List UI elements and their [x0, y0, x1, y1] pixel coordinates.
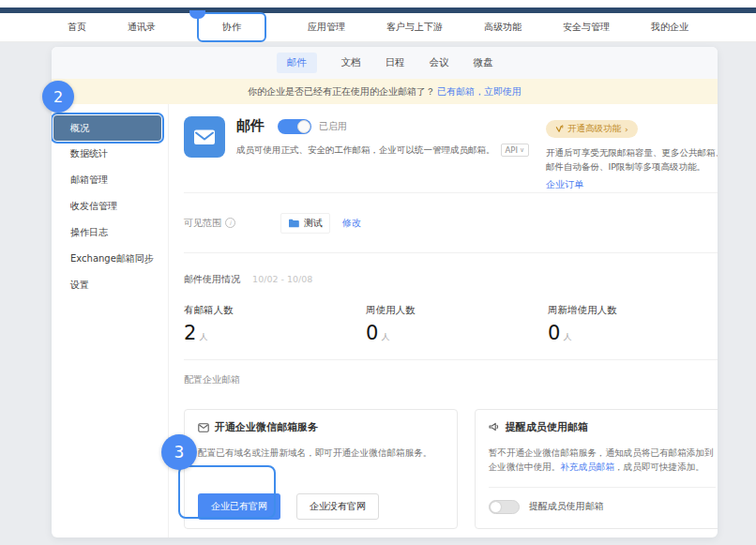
visibility-scope-value: 测试: [304, 217, 323, 230]
upgrade-premium-button[interactable]: 开通高级功能 ›: [546, 120, 638, 138]
visibility-label: 可见范围: [184, 217, 221, 230]
remind-members-toggle[interactable]: [489, 500, 520, 514]
megaphone-icon: [489, 422, 500, 432]
tab-docs[interactable]: 文档: [341, 53, 361, 73]
collaboration-tabs: 邮件 文档 日程 会议 微盘: [52, 47, 718, 79]
app-description: 成员可使用正式、安全的工作邮箱，企业可以统一管理成员邮箱。: [236, 144, 495, 157]
nav-item-advanced-features[interactable]: 高级功能: [484, 21, 522, 34]
top-navigation: 首页 通讯录 协作 应用管理 客户与上下游 高级功能 安全与管理 我的企业: [0, 13, 756, 42]
sidebar-item-overview[interactable]: 概况: [53, 115, 161, 141]
admin-console-screen: 首页 通讯录 协作 应用管理 客户与上下游 高级功能 安全与管理 我的企业 邮件…: [0, 0, 756, 545]
annotation-box-primary-button: [178, 465, 276, 519]
card-divider: [489, 487, 716, 488]
visibility-scope-chip: 测试: [280, 213, 330, 234]
window-top-strip: [0, 0, 756, 8]
usage-date-range: 10/02 - 10/08: [252, 274, 312, 284]
stat-unit: 人: [381, 332, 389, 341]
tab-calendar[interactable]: 日程: [386, 53, 405, 73]
remind-members-card: 提醒成员使用邮箱 暂不开通企业微信邮箱服务，通知成员将已有邮箱添加到企业微信中使…: [475, 409, 718, 529]
stat-unit: 人: [199, 332, 207, 341]
usage-title: 邮件使用情况: [184, 274, 240, 284]
chevron-right-icon: ›: [625, 124, 628, 134]
annotation-pointer: [189, 10, 205, 19]
stat-label: 有邮箱人数: [184, 304, 366, 317]
sidebar-item-exchange-sync[interactable]: Exchange邮箱同步: [52, 246, 168, 272]
enterprise-orders-link[interactable]: 企业订单: [546, 178, 583, 191]
upgrade-description: 开通后可享受无限邮箱容量、更多公共邮箱、邮件自动备份、IP限制等多项高级功能。: [546, 145, 718, 174]
mail-enabled-toggle[interactable]: [278, 119, 311, 134]
info-icon[interactable]: i: [225, 218, 235, 228]
api-label: API: [506, 145, 518, 155]
mail-header-section: 邮件 已启用 成员可使用正式、安全的工作邮箱，企业可以统一管理成员邮箱。 API…: [184, 104, 718, 193]
setup-section-title: 配置企业邮箱: [184, 373, 718, 386]
existing-mailbox-banner: 你的企业是否已经有正在使用的企业邮箱了？ 已有邮箱，立即使用: [52, 79, 718, 104]
mail-app-icon: [184, 116, 225, 158]
mail-card-description: 配置已有域名或注册新域名，即可开通企业微信邮箱服务。: [198, 446, 444, 460]
upgrade-panel: 开通高级功能 › 开通后可享受无限邮箱容量、更多公共邮箱、邮件自动备份、IP限制…: [546, 116, 718, 192]
stat-unit: 人: [563, 332, 571, 341]
tab-meeting[interactable]: 会议: [430, 53, 449, 73]
nav-item-app-management[interactable]: 应用管理: [308, 21, 345, 34]
sidebar-item-operation-log[interactable]: 操作日志: [52, 220, 168, 246]
nav-item-collaboration[interactable]: 协作: [197, 12, 266, 42]
content-card: 邮件 文档 日程 会议 微盘 你的企业是否已经有正在使用的企业邮箱了？ 已有邮箱…: [52, 47, 718, 537]
stat-value: 2: [184, 322, 196, 344]
nav-item-home[interactable]: 首页: [68, 21, 86, 34]
page-title: 邮件: [236, 117, 265, 135]
folder-icon: [288, 219, 299, 228]
mail-card-title: 开通企业微信邮箱服务: [215, 420, 318, 434]
nav-item-security[interactable]: 安全与管理: [563, 21, 610, 34]
sidebar-item-send-receive[interactable]: 收发信管理: [52, 193, 168, 220]
upgrade-icon: [555, 125, 564, 133]
api-dropdown[interactable]: API ∨: [501, 144, 530, 157]
sidebar-item-settings[interactable]: 设置: [52, 272, 168, 298]
sidebar-item-statistics[interactable]: 数据统计: [52, 141, 168, 167]
edit-visibility-link[interactable]: 修改: [342, 217, 361, 230]
envelope-icon: [198, 423, 209, 432]
step-3-badge: 3: [161, 434, 197, 470]
usage-section: 邮件使用情况 10/02 - 10/08 有邮箱人数 2人 周使用人数: [184, 253, 718, 360]
tab-mail[interactable]: 邮件: [277, 53, 317, 73]
tab-drive[interactable]: 微盘: [474, 53, 493, 73]
nav-item-contacts[interactable]: 通讯录: [128, 21, 156, 34]
toggle-knob: [297, 120, 310, 133]
stat-value: 0: [548, 322, 560, 344]
remind-card-description: 暂不开通企业微信邮箱服务，通知成员将已有邮箱添加到企业微信中使用。补充成员邮箱，…: [489, 446, 716, 475]
remind-description-end: ，成员即可快捷添加。: [614, 462, 704, 472]
stat-label: 周新增使用人数: [548, 304, 718, 317]
remind-toggle-label: 提醒成员使用邮箱: [529, 500, 604, 513]
no-website-button[interactable]: 企业没有官网: [296, 493, 379, 520]
stat-weekly-new-users: 周新增使用人数 0人: [548, 304, 718, 344]
stat-value: 0: [366, 322, 378, 344]
banner-question: 你的企业是否已经有正在使用的企业邮箱了？: [248, 85, 435, 98]
nav-item-collaboration-label: 协作: [222, 22, 241, 32]
nav-item-customers[interactable]: 客户与上下游: [386, 21, 443, 34]
visibility-section: 可见范围 i 测试 修改: [184, 193, 718, 253]
stat-mailbox-users: 有邮箱人数 2人: [184, 304, 366, 344]
status-label: 已启用: [319, 120, 347, 133]
upgrade-label: 开通高级功能: [567, 123, 621, 135]
supplement-mailbox-link[interactable]: 补充成员邮箱: [560, 462, 614, 472]
stat-label: 周使用人数: [366, 304, 548, 317]
step-2-badge: 2: [42, 81, 74, 113]
sidebar-item-mailbox-management[interactable]: 邮箱管理: [52, 167, 168, 193]
toggle-knob: [491, 502, 501, 512]
chevron-down-icon: ∨: [520, 146, 524, 154]
mail-settings-sidebar: 概况 数据统计 邮箱管理 收发信管理 操作日志 Exchange邮箱同步 设置: [52, 104, 169, 537]
remind-card-title: 提醒成员使用邮箱: [506, 420, 588, 434]
stat-weekly-users: 周使用人数 0人: [366, 304, 548, 344]
banner-use-now-link[interactable]: 已有邮箱，立即使用: [437, 85, 522, 98]
nav-item-my-enterprise[interactable]: 我的企业: [651, 21, 688, 34]
